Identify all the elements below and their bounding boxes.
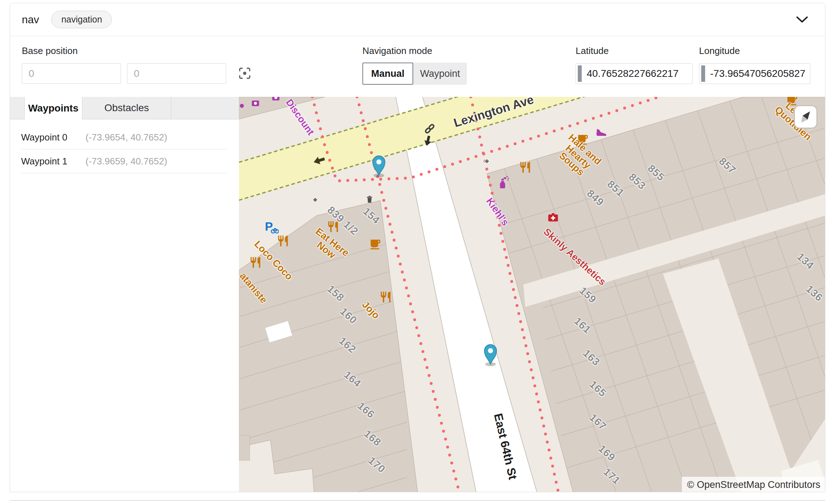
navigation-mode-label: Navigation mode (362, 45, 432, 56)
compass-button[interactable] (794, 105, 817, 129)
longitude-label: Longitude (699, 45, 740, 56)
waypoint-row[interactable]: Waypoint 0 (-73.9654, 40.7652) (10, 125, 227, 149)
map-base-layer (239, 97, 825, 492)
longitude-field (699, 63, 810, 84)
next-card-divider (10, 500, 825, 501)
chevron-down-icon (796, 16, 809, 24)
base-y-input[interactable] (127, 63, 226, 84)
map-canvas[interactable]: Lexington AveEast 64th St839 1/215415816… (239, 97, 825, 492)
waypoint-row[interactable]: Waypoint 1 (-73.9659, 40.7652) (10, 149, 227, 173)
compass-needle-icon (796, 107, 815, 127)
tab-waypoints[interactable]: Waypoints (24, 97, 82, 119)
waypoint-pin[interactable] (482, 341, 499, 366)
base-x-input[interactable] (22, 63, 121, 84)
tab-strip-spacer (10, 97, 24, 119)
latitude-label: Latitude (576, 45, 609, 56)
tab-strip-spacer (171, 97, 239, 119)
controls-row: Base position Navigation mode Manual Way… (10, 36, 825, 97)
base-position-label: Base position (22, 45, 78, 56)
longitude-drag-handle[interactable] (701, 65, 705, 82)
navigation-type-badge: navigation (51, 11, 112, 28)
mode-manual-button[interactable]: Manual (362, 63, 413, 85)
latitude-input[interactable] (582, 68, 687, 79)
row-divider (21, 173, 227, 173)
latitude-drag-handle[interactable] (578, 65, 582, 82)
tab-obstacles[interactable]: Obstacles (82, 97, 171, 119)
waypoint-name: Waypoint 0 (21, 132, 86, 143)
latitude-field (576, 63, 693, 84)
collapse-card-button[interactable] (794, 14, 810, 26)
card-header: nav navigation (10, 3, 825, 36)
longitude-input[interactable] (705, 68, 805, 79)
focus-crosshair-icon (237, 65, 253, 81)
mode-waypoint-button[interactable]: Waypoint (413, 63, 467, 85)
waypoint-pin[interactable] (370, 153, 387, 178)
page: nav navigation Base position Navigati (0, 0, 835, 504)
navigation-card: nav navigation Base position Navigati (10, 3, 825, 492)
map-attribution: © OpenStreetMap Contributors (682, 477, 825, 492)
card-title: nav (22, 14, 39, 26)
waypoint-coords: (-73.9654, 40.7652) (86, 132, 167, 143)
tab-strip: Waypoints Obstacles (10, 97, 239, 119)
center-on-base-button[interactable] (236, 65, 253, 82)
waypoint-coords: (-73.9659, 40.7652) (86, 156, 167, 167)
waypoint-name: Waypoint 1 (21, 156, 86, 167)
navigation-mode-toggle: Manual Waypoint (362, 63, 467, 85)
